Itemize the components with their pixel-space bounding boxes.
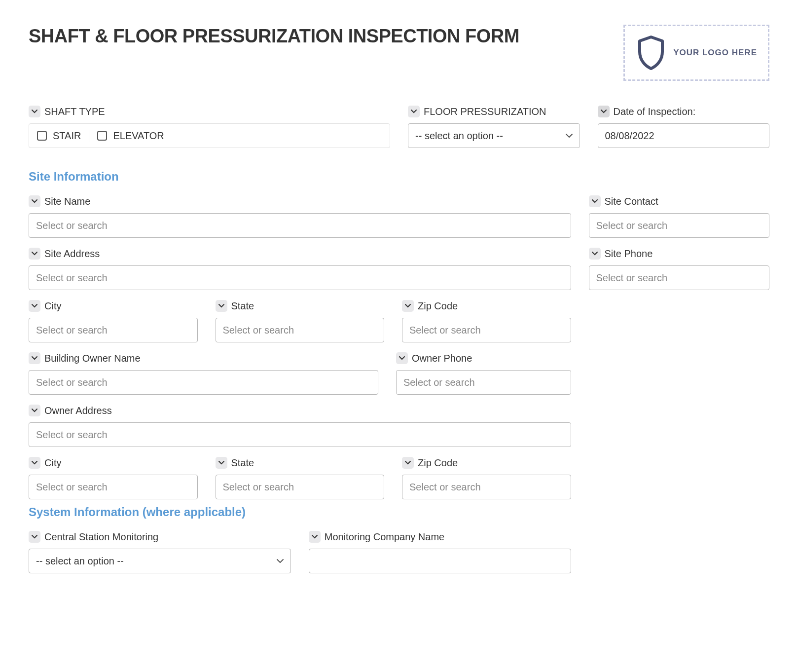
floor-pressurization-label: FLOOR PRESSURIZATION bbox=[424, 106, 546, 117]
chevron-down-icon[interactable] bbox=[216, 300, 227, 312]
chevron-down-icon[interactable] bbox=[29, 457, 40, 469]
date-input[interactable] bbox=[598, 123, 770, 148]
chevron-down-icon[interactable] bbox=[29, 531, 40, 543]
monitoring-company-label: Monitoring Company Name bbox=[325, 531, 444, 543]
owner-city-group: City bbox=[29, 457, 198, 499]
owner-phone-label: Owner Phone bbox=[412, 353, 472, 364]
chevron-down-icon[interactable] bbox=[29, 248, 40, 260]
top-row: SHAFT TYPE STAIR ELEVATOR FLOOR PRESSURI… bbox=[29, 106, 769, 148]
owner-address-label: Owner Address bbox=[44, 405, 112, 416]
shield-icon bbox=[636, 35, 666, 71]
shaft-type-label: SHAFT TYPE bbox=[44, 106, 105, 117]
city-input[interactable] bbox=[29, 318, 198, 342]
site-address-group: Site Address bbox=[29, 248, 571, 290]
owner-zip-input[interactable] bbox=[402, 475, 571, 499]
chevron-down-icon[interactable] bbox=[589, 248, 601, 260]
state-input[interactable] bbox=[216, 318, 385, 342]
owner-name-label: Building Owner Name bbox=[44, 353, 141, 364]
owner-zip-label: Zip Code bbox=[418, 457, 458, 469]
checkbox-stair[interactable]: STAIR bbox=[29, 130, 89, 142]
state-label: State bbox=[231, 300, 254, 312]
chevron-down-icon[interactable] bbox=[402, 457, 414, 469]
chevron-down-icon[interactable] bbox=[29, 106, 40, 117]
site-name-label: Site Name bbox=[44, 196, 90, 207]
site-name-group: Site Name bbox=[29, 195, 571, 238]
site-phone-label: Site Phone bbox=[605, 248, 653, 260]
chevron-down-icon[interactable] bbox=[402, 300, 414, 312]
state-group: State bbox=[216, 300, 385, 342]
site-section-title: Site Information bbox=[29, 170, 769, 184]
chevron-down-icon[interactable] bbox=[29, 195, 40, 207]
monitoring-company-group: Monitoring Company Name bbox=[309, 531, 571, 573]
site-name-input[interactable] bbox=[29, 213, 571, 238]
page-title: SHAFT & FLOOR PRESSURIZATION INSPECTION … bbox=[29, 25, 519, 48]
site-contact-label: Site Contact bbox=[605, 196, 658, 207]
owner-address-group: Owner Address bbox=[29, 405, 571, 447]
system-section-title: System Information (where applicable) bbox=[29, 505, 769, 519]
owner-state-input[interactable] bbox=[216, 475, 385, 499]
logo-placeholder: YOUR LOGO HERE bbox=[623, 25, 769, 81]
site-address-label: Site Address bbox=[44, 248, 100, 260]
owner-city-label: City bbox=[44, 457, 61, 469]
owner-state-group: State bbox=[216, 457, 385, 499]
chevron-down-icon[interactable] bbox=[589, 195, 601, 207]
chevron-down-icon[interactable] bbox=[29, 300, 40, 312]
date-group: Date of Inspection: bbox=[598, 106, 770, 148]
city-label: City bbox=[44, 300, 61, 312]
owner-address-input[interactable] bbox=[29, 422, 571, 447]
checkbox-box[interactable] bbox=[37, 131, 47, 141]
chevron-down-icon[interactable] bbox=[309, 531, 321, 543]
owner-zip-group: Zip Code bbox=[402, 457, 571, 499]
checkbox-elevator-label: ELEVATOR bbox=[113, 130, 164, 142]
checkbox-stair-label: STAIR bbox=[53, 130, 81, 142]
logo-text: YOUR LOGO HERE bbox=[673, 47, 757, 58]
owner-name-group: Building Owner Name bbox=[29, 352, 378, 395]
chevron-down-icon[interactable] bbox=[396, 352, 408, 364]
chevron-down-icon[interactable] bbox=[216, 457, 227, 469]
checkbox-box[interactable] bbox=[97, 131, 107, 141]
chevron-down-icon[interactable] bbox=[29, 352, 40, 364]
shaft-type-options: STAIR ELEVATOR bbox=[29, 123, 390, 148]
zip-group: Zip Code bbox=[402, 300, 571, 342]
chevron-down-icon[interactable] bbox=[408, 106, 420, 117]
floor-pressurization-select[interactable]: -- select an option -- bbox=[408, 123, 580, 148]
owner-phone-input[interactable] bbox=[396, 370, 571, 395]
zip-label: Zip Code bbox=[418, 300, 458, 312]
shaft-type-group: SHAFT TYPE STAIR ELEVATOR bbox=[29, 106, 390, 148]
zip-input[interactable] bbox=[402, 318, 571, 342]
site-contact-group: Site Contact bbox=[589, 195, 770, 238]
header-row: SHAFT & FLOOR PRESSURIZATION INSPECTION … bbox=[29, 25, 769, 81]
central-station-label: Central Station Monitoring bbox=[44, 531, 158, 543]
checkbox-elevator[interactable]: ELEVATOR bbox=[89, 130, 172, 142]
monitoring-company-input[interactable] bbox=[309, 549, 571, 573]
central-station-select[interactable]: -- select an option -- bbox=[29, 549, 291, 573]
chevron-down-icon[interactable] bbox=[598, 106, 610, 117]
owner-name-input[interactable] bbox=[29, 370, 378, 395]
chevron-down-icon[interactable] bbox=[29, 405, 40, 416]
owner-state-label: State bbox=[231, 457, 254, 469]
city-group: City bbox=[29, 300, 198, 342]
owner-phone-group: Owner Phone bbox=[396, 352, 571, 395]
site-contact-input[interactable] bbox=[589, 213, 770, 238]
site-address-input[interactable] bbox=[29, 265, 571, 290]
floor-pressurization-group: FLOOR PRESSURIZATION -- select an option… bbox=[408, 106, 580, 148]
owner-city-input[interactable] bbox=[29, 475, 198, 499]
central-station-group: Central Station Monitoring -- select an … bbox=[29, 531, 291, 573]
site-phone-input[interactable] bbox=[589, 265, 770, 290]
site-phone-group: Site Phone bbox=[589, 248, 770, 290]
date-label: Date of Inspection: bbox=[614, 106, 696, 117]
